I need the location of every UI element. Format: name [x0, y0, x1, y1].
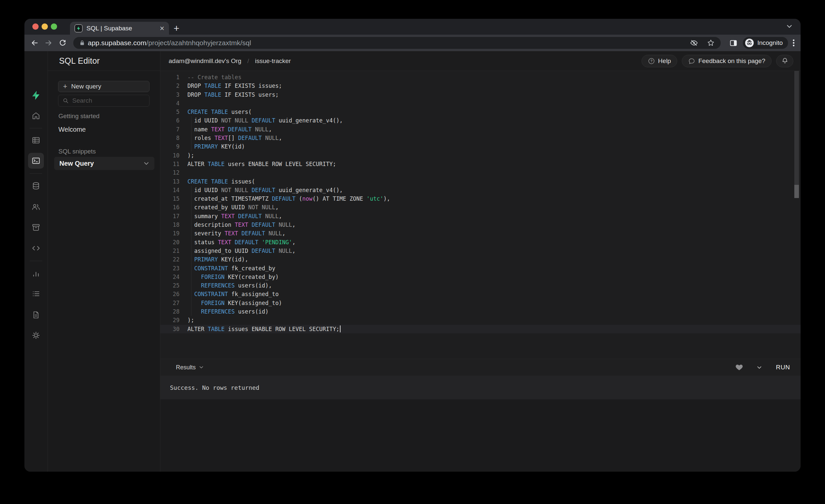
line-number: 30 [160, 325, 179, 333]
browser-window: SQL | Supabase × + app.supabase.com/proj… [24, 19, 801, 472]
line-number: 23 [160, 264, 179, 273]
chevron-down-icon [199, 366, 204, 369]
tab-strip: SQL | Supabase × + [24, 19, 801, 34]
results-dropdown[interactable]: Results [176, 364, 204, 371]
sidebar-item-welcome[interactable]: Welcome [58, 126, 86, 133]
new-tab-button[interactable]: + [173, 23, 179, 34]
code-line[interactable]: 28 REFERENCES users(id) [160, 307, 801, 316]
code-line[interactable]: 3DROP TABLE IF EXISTS users; [160, 90, 801, 99]
logs-list-icon[interactable] [32, 289, 41, 298]
tab-close-icon[interactable]: × [160, 24, 164, 32]
line-number: 28 [160, 307, 179, 316]
code-line[interactable]: 17 summary TEXT DEFAULT NULL, [160, 212, 801, 220]
line-number: 26 [160, 290, 179, 298]
url-bar[interactable]: app.supabase.com/project/azahtnhqohyjerz… [73, 37, 721, 49]
reports-chart-icon[interactable] [32, 269, 41, 278]
table-editor-icon[interactable] [32, 136, 41, 145]
incognito-label: Incognito [757, 39, 783, 47]
close-window-button[interactable] [32, 23, 39, 30]
help-button[interactable]: ? Help [642, 55, 677, 67]
search-input[interactable] [72, 97, 145, 104]
new-query-button[interactable]: + New query [58, 81, 149, 92]
code-line[interactable]: 10); [160, 151, 801, 160]
code-line[interactable]: 11ALTER TABLE users ENABLE ROW LEVEL SEC… [160, 160, 801, 168]
run-button[interactable]: RUN [776, 364, 790, 371]
code-line[interactable]: 18 description TEXT DEFAULT NULL, [160, 220, 801, 229]
line-number: 17 [160, 212, 179, 220]
notifications-button[interactable] [776, 55, 793, 67]
chevron-down-icon[interactable] [144, 161, 149, 165]
code-line[interactable]: 24 FOREIGN KEY(created_by) [160, 273, 801, 281]
supabase-logo-icon[interactable] [31, 90, 41, 101]
incognito-badge: Incognito [743, 37, 788, 49]
sql-editor-icon[interactable] [32, 156, 41, 165]
line-number: 24 [160, 273, 179, 281]
editor-scrollbar-track[interactable] [794, 71, 799, 185]
code-line[interactable]: 8 roles TEXT[] DEFAULT NULL, [160, 134, 801, 142]
code-line[interactable]: 23 CONSTRAINT fk_created_by [160, 264, 801, 273]
section-label-getting-started: Getting started [58, 113, 100, 120]
docs-document-icon[interactable] [32, 310, 40, 319]
code-line[interactable]: 27 FOREIGN KEY(assigned_to) [160, 299, 801, 307]
search-box[interactable] [58, 95, 149, 106]
code-line[interactable]: 30ALTER TABLE issues ENABLE ROW LEVEL SE… [160, 325, 801, 333]
code-line[interactable]: 29); [160, 316, 801, 325]
sidebar-item-new-query[interactable]: New Query [54, 157, 154, 170]
edge-functions-icon[interactable] [31, 244, 41, 253]
back-icon[interactable] [28, 39, 42, 47]
database-icon[interactable] [32, 182, 41, 191]
line-number: 21 [160, 246, 179, 255]
code-line[interactable]: 16 created_by UUID NOT NULL, [160, 203, 801, 212]
storage-icon[interactable] [32, 223, 41, 232]
forward-icon[interactable] [42, 39, 56, 47]
code-line[interactable]: 2DROP TABLE IF EXISTS issues; [160, 81, 801, 90]
line-number: 14 [160, 186, 179, 195]
code-line[interactable]: 20 status TEXT DEFAULT 'PENDING', [160, 238, 801, 246]
favorite-heart-icon[interactable] [736, 364, 743, 371]
settings-gear-icon[interactable] [32, 331, 41, 340]
line-number: 16 [160, 203, 179, 212]
bookmark-star-icon[interactable] [707, 39, 715, 47]
code-line[interactable]: 15 created_at TIMESTAMPTZ DEFAULT (now()… [160, 195, 801, 203]
password-hidden-eye-icon[interactable] [690, 39, 698, 47]
code-line[interactable]: 5CREATE TABLE users( [160, 107, 801, 116]
home-icon[interactable] [32, 112, 41, 121]
zoom-window-button[interactable] [51, 23, 57, 30]
code-line[interactable]: 22 PRIMARY KEY(id), [160, 255, 801, 264]
code-line[interactable]: 6 id UUID NOT NULL DEFAULT uuid_generate… [160, 116, 801, 125]
code-line[interactable]: 9 PRIMARY KEY(id) [160, 142, 801, 151]
reload-icon[interactable] [56, 39, 69, 47]
code-line[interactable]: 1-- Create tables [160, 73, 801, 81]
minimize-window-button[interactable] [42, 23, 48, 30]
code-line[interactable]: 14 id UUID NOT NULL DEFAULT uuid_generat… [160, 186, 801, 195]
sql-code-editor[interactable]: 1-- Create tables2DROP TABLE IF EXISTS i… [160, 71, 801, 359]
auth-users-icon[interactable] [31, 203, 41, 212]
tab-search-chevron-icon[interactable] [786, 24, 793, 29]
code-line[interactable]: 4 [160, 99, 801, 107]
code-line[interactable]: 21 assigned_to UUID DEFAULT NULL, [160, 246, 801, 255]
line-number: 4 [160, 99, 179, 107]
results-label: Results [176, 364, 196, 371]
code-line[interactable]: 12 [160, 168, 801, 177]
code-line[interactable]: 13CREATE TABLE issues( [160, 177, 801, 186]
line-number: 25 [160, 281, 179, 290]
line-number: 22 [160, 255, 179, 264]
run-options-chevron-icon[interactable] [757, 366, 762, 369]
supabase-favicon-icon [75, 24, 82, 32]
breadcrumb-org[interactable]: adam@windmill.dev's Org [169, 57, 241, 65]
sidebar-header: SQL Editor [48, 51, 160, 71]
breadcrumb-project[interactable]: issue-tracker [255, 57, 291, 65]
line-number: 5 [160, 107, 179, 116]
menu-kebab-icon[interactable] [793, 39, 795, 47]
results-bar: Results RUN [160, 359, 801, 376]
side-panel-icon[interactable] [729, 39, 738, 47]
code-line[interactable]: 26 CONSTRAINT fk_assigned_to [160, 290, 801, 298]
code-line[interactable]: 7 name TEXT DEFAULT NULL, [160, 125, 801, 134]
line-number: 18 [160, 220, 179, 229]
editor-scrollbar-thumb[interactable] [794, 185, 799, 198]
feedback-button[interactable]: Feedback on this page? [682, 55, 771, 67]
code-line[interactable]: 25 REFERENCES users(id), [160, 281, 801, 290]
code-line[interactable]: 19 severity TEXT DEFAULT NULL, [160, 229, 801, 238]
supabase-app: SQL Editor + New query Getting started W… [24, 51, 801, 472]
browser-tab[interactable]: SQL | Supabase × [70, 22, 169, 34]
